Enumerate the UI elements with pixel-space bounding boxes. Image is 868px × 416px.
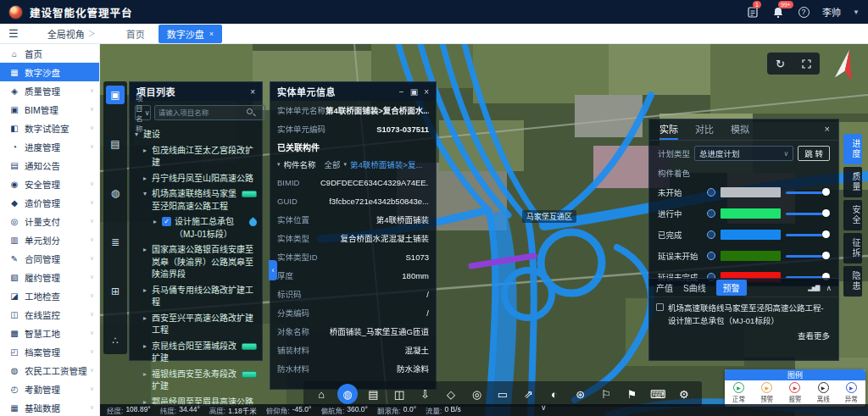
sidebar-item-base-data[interactable]: ▦ 基础数据 ∨ bbox=[0, 398, 99, 416]
sidebar-item-contract[interactable]: ✎ 合同管理 ∨ bbox=[0, 249, 99, 268]
project-tree-item[interactable]: ▸ 包茂线曲江至太乙宫段改扩建 bbox=[135, 145, 257, 169]
color-picker-icon[interactable] bbox=[707, 230, 715, 239]
sidebar-item-site-inspection[interactable]: ◪ 工地检查 ∨ bbox=[0, 286, 99, 305]
sidebar-item-online-monitoring[interactable]: ◫ 在线监控 ∨ bbox=[0, 305, 99, 324]
sidebar-item-migrant-wages[interactable]: ◍ 农民工工资管理 ∨ bbox=[0, 361, 99, 380]
entity-panel-collapse-handle[interactable]: ‹ bbox=[269, 260, 277, 280]
sidebar-item-home[interactable]: ⌂ 首页 bbox=[0, 44, 99, 63]
slider-knob[interactable] bbox=[822, 209, 830, 217]
contrast-icon[interactable]: ◐ bbox=[544, 384, 565, 404]
sidebar-item-smart-site[interactable]: ▩ 智慧工地 ∨ bbox=[0, 324, 99, 342]
vtab-quality[interactable]: 质量 bbox=[843, 167, 862, 197]
help-icon[interactable]: ? bbox=[797, 5, 810, 19]
chevron-down-icon[interactable]: ▾ bbox=[344, 161, 348, 168]
sidebar-item-archive[interactable]: ◰ 档案管理 ∨ bbox=[0, 342, 99, 361]
expand-icon[interactable]: ▣ bbox=[410, 87, 418, 97]
vtab-expropriation[interactable]: 征拆 bbox=[843, 233, 862, 263]
project-tree-item[interactable]: ▸ 福银线西安至永寿段改扩建 bbox=[135, 369, 257, 393]
tab-compare[interactable]: 对比 bbox=[695, 119, 714, 140]
minimize-icon[interactable]: − bbox=[399, 87, 404, 97]
close-icon[interactable]: × bbox=[825, 124, 830, 134]
chevron-down-icon[interactable]: ▾ bbox=[277, 161, 281, 168]
tab-output-value[interactable]: 产值 bbox=[656, 281, 673, 294]
user-dropdown-caret-icon[interactable]: ▼ bbox=[853, 8, 860, 16]
menu-toggle-icon[interactable]: ☰ bbox=[8, 27, 19, 40]
tree-caret-icon[interactable]: ▸ bbox=[143, 285, 152, 297]
vtab-safety[interactable]: 安全 bbox=[843, 200, 862, 230]
basemap-tool-icon[interactable]: ◍ bbox=[106, 184, 125, 202]
collapse-icon[interactable]: ∧ bbox=[826, 284, 832, 292]
sidebar-item-progress[interactable]: ◔ 进度管理 ∨ bbox=[0, 137, 99, 156]
layers-download-icon[interactable]: ⇩ bbox=[415, 384, 435, 404]
component-filter-all[interactable]: 全部 bbox=[325, 158, 341, 170]
tree-caret-icon[interactable]: ▸ bbox=[143, 145, 152, 157]
close-icon[interactable]: × bbox=[250, 87, 255, 97]
sidebar-item-performance[interactable]: ▧ 履约管理 ∨ bbox=[0, 268, 99, 286]
project-tree-item[interactable]: ▸ 兵马俑专用线公路改扩建工程 bbox=[135, 285, 257, 309]
sidebar-item-digital-sandbox[interactable]: ▦ 数字沙盘 bbox=[0, 63, 99, 81]
apps-grid-tool-icon[interactable]: ⊞ bbox=[106, 282, 125, 301]
sidebar-item-quality[interactable]: ◈ 质量管理 ∨ bbox=[0, 81, 99, 100]
flag-icon[interactable]: ⚑ bbox=[622, 384, 643, 404]
tree-caret-icon[interactable]: ▸ bbox=[143, 341, 152, 352]
page-tab[interactable]: 数字沙盘 × bbox=[159, 25, 222, 43]
tree-caret-icon[interactable]: ▾ bbox=[143, 188, 152, 200]
sidebar-item-attendance[interactable]: ◴ 考勤管理 ∨ bbox=[0, 380, 99, 398]
project-list-tool-icon[interactable]: ▣ bbox=[106, 86, 125, 104]
tab-s-curve[interactable]: S曲线 bbox=[683, 281, 706, 294]
layers-tool-icon[interactable]: ≣ bbox=[106, 233, 125, 252]
warning-item-checkbox[interactable] bbox=[656, 303, 664, 311]
vtab-progress[interactable]: 进度 bbox=[843, 134, 862, 164]
tree-caret-icon[interactable]: ▸ bbox=[143, 369, 152, 380]
search-icon[interactable] bbox=[247, 108, 253, 114]
sidebar-item-safety[interactable]: ◉ 安全管理 ∨ bbox=[0, 175, 99, 193]
compass-icon[interactable] bbox=[827, 46, 865, 86]
project-tree-item[interactable]: ▸ 京昆线合阳至蒲城段改扩建 bbox=[135, 341, 257, 365]
sidebar-item-unit-division[interactable]: ▥ 单元划分 ∨ bbox=[0, 230, 99, 249]
keyboard-icon[interactable]: ⌨ bbox=[648, 384, 668, 404]
tree-caret-icon[interactable]: ▾ bbox=[135, 129, 143, 141]
project-tree-item[interactable]: ▾ 建设 bbox=[135, 129, 257, 141]
checkbox-checked-icon[interactable]: ✓ bbox=[162, 217, 171, 226]
tab-close-icon[interactable]: × bbox=[209, 30, 214, 38]
share-tool-icon[interactable]: ∴ bbox=[106, 331, 125, 350]
close-icon[interactable]: × bbox=[424, 87, 429, 97]
notification-bell-icon[interactable]: 99+ bbox=[771, 5, 785, 19]
locate-icon[interactable]: ◎ bbox=[466, 384, 487, 404]
tree-caret-icon[interactable]: ▸ bbox=[143, 244, 152, 256]
split-compare-icon[interactable]: ◫ bbox=[389, 384, 409, 404]
project-tree-item[interactable]: ▸ 丹宁线丹凤至山阳高速公路 bbox=[135, 173, 257, 186]
opacity-slider[interactable] bbox=[786, 188, 830, 197]
project-tree-item[interactable]: ▸ ✓ 设计施工总承包（MJ-01标段） bbox=[135, 216, 257, 241]
opacity-slider[interactable] bbox=[786, 209, 830, 218]
panorama-360-icon[interactable]: ⊛ bbox=[570, 384, 591, 404]
vtab-hazard[interactable]: 隐患 bbox=[843, 266, 862, 297]
map-viewport[interactable]: 马家堡互通区 ▣ ▤ ◍ ≣ ⊞ ∴ bbox=[100, 44, 868, 416]
sidebar-item-cost[interactable]: ◆ 造价管理 ∨ bbox=[0, 193, 99, 212]
component-filter-selected[interactable]: 第4联桥面铺装>复... bbox=[350, 158, 422, 170]
opacity-slider[interactable] bbox=[786, 252, 830, 260]
roam-icon[interactable]: ▭ bbox=[492, 384, 513, 404]
jump-button[interactable]: 跳 转 bbox=[798, 146, 830, 161]
slider-knob[interactable] bbox=[822, 230, 830, 238]
tree-caret-icon[interactable]: ▸ bbox=[143, 313, 152, 324]
sidebar-item-measurement-payment[interactable]: ◎ 计量支付 ∨ bbox=[0, 212, 99, 230]
project-name-filter-select[interactable]: 项目名称∨ bbox=[135, 105, 151, 120]
tab-actual[interactable]: 实际 bbox=[659, 119, 678, 140]
color-picker-icon[interactable] bbox=[707, 209, 715, 218]
model-box-icon[interactable]: ◇ bbox=[441, 384, 461, 404]
tab-warning[interactable]: 预警 bbox=[716, 280, 747, 296]
page-tab[interactable]: 首页 bbox=[118, 25, 153, 43]
settings-icon[interactable]: ⚙ bbox=[674, 384, 694, 404]
global-view-label[interactable]: 全局视角 bbox=[47, 27, 85, 41]
fly-icon[interactable]: ⇗ bbox=[519, 384, 539, 404]
reset-view-icon[interactable]: ↻ bbox=[776, 58, 785, 70]
opacity-slider[interactable] bbox=[786, 230, 830, 239]
color-picker-icon[interactable] bbox=[707, 252, 715, 260]
signpost-icon[interactable]: ⚐ bbox=[596, 384, 616, 404]
project-tree-item[interactable]: ▸ 国家高速公路银百线安康至岚皋（陕渝界）公路岚皋至陕渝界段 bbox=[135, 244, 257, 281]
fullscreen-icon[interactable] bbox=[802, 59, 811, 69]
sidebar-item-bim[interactable]: ▣ BIM管理 ∨ bbox=[0, 100, 99, 119]
tree-caret-icon[interactable]: ▸ bbox=[153, 216, 162, 228]
todo-icon[interactable]: 1 bbox=[746, 5, 760, 19]
